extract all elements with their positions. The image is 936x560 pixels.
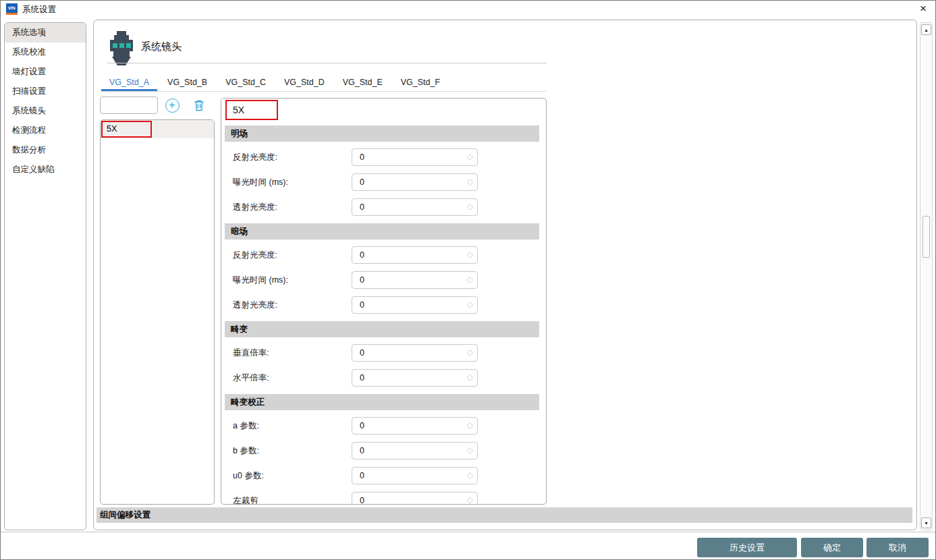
system-settings-window: vis 系统设置 × 系统选项 系统校准 墙灯设置 扫描设置 系统镜头 检测流程…	[0, 0, 936, 560]
field-label: 曝光时间 (ms):	[225, 177, 352, 188]
spinbox-input[interactable]	[352, 173, 478, 191]
tab-vg-std-c[interactable]: VG_Std_C	[217, 74, 274, 91]
field-label: 反射光亮度:	[225, 250, 352, 261]
spinbox-input[interactable]	[352, 148, 478, 166]
sidebar-item-system-calibration[interactable]: 系统校准	[5, 43, 86, 62]
page-title: 系统镜头	[141, 40, 182, 53]
vertical-ratio-spinner[interactable]: ◇	[352, 344, 478, 362]
spinbox-input[interactable]	[352, 369, 478, 387]
spinbox-input[interactable]	[352, 198, 478, 216]
field-row: a 参数: ◇	[225, 417, 546, 435]
field-label: 曝光时间 (ms):	[225, 275, 352, 286]
spinbox-input[interactable]	[352, 344, 478, 362]
field-label: b 参数:	[225, 445, 352, 457]
field-row: 透射光亮度: ◇	[225, 296, 546, 314]
titlebar: vis 系统设置 ×	[1, 1, 935, 18]
reflect-brightness-spinner[interactable]: ◇	[352, 246, 478, 264]
spinbox-input[interactable]	[352, 417, 478, 435]
cancel-button[interactable]: 取消	[866, 538, 929, 557]
a-param-spinner[interactable]: ◇	[352, 417, 478, 435]
scroll-up-icon[interactable]: ▲	[921, 24, 931, 35]
field-row: 透射光亮度: ◇	[225, 198, 546, 216]
tab-vg-std-f[interactable]: VG_Std_F	[393, 74, 448, 91]
field-label: 透射光亮度:	[225, 202, 352, 213]
spinbox-input[interactable]	[352, 442, 478, 459]
sidebar-item-wall-light-settings[interactable]: 墙灯设置	[5, 62, 86, 82]
u0-param-spinner[interactable]: ◇	[352, 467, 478, 484]
delete-lens-button[interactable]	[189, 96, 209, 114]
field-label: 左裁剪	[225, 495, 352, 505]
lens-search-input[interactable]	[100, 96, 158, 114]
section-header-distortion-correction: 畸变校正	[225, 394, 539, 410]
field-label: u0 参数:	[225, 470, 352, 482]
tab-vg-std-b[interactable]: VG_Std_B	[159, 74, 215, 91]
sidebar-item-system-options[interactable]: 系统选项	[5, 23, 86, 43]
circle-plus-icon: +	[165, 99, 180, 113]
field-row: b 参数: ◇	[225, 442, 546, 459]
annotation-rect-lens-name: 5X	[225, 100, 278, 120]
sidebar-item-inspection-flow[interactable]: 检测流程	[5, 121, 86, 140]
annotation-rect-list-item	[101, 121, 152, 138]
sidebar-item-custom-defects[interactable]: 自定义缺陷	[5, 160, 86, 179]
tab-vg-std-a[interactable]: VG_Std_A	[101, 74, 157, 91]
field-row: 反射光亮度: ◇	[225, 246, 546, 264]
field-row: 左裁剪 ◇	[225, 492, 546, 505]
spinbox-input[interactable]	[352, 271, 478, 289]
field-row: 曝光时间 (ms): ◇	[225, 173, 546, 191]
field-label: 透射光亮度:	[225, 300, 352, 311]
reflect-brightness-spinner[interactable]: ◇	[352, 148, 478, 166]
tab-vg-std-e[interactable]: VG_Std_E	[335, 74, 391, 91]
vertical-scrollbar[interactable]: ▲ ▼	[920, 22, 933, 530]
scrollbar-thumb[interactable]	[923, 216, 930, 258]
sidebar-item-data-analysis[interactable]: 数据分析	[5, 140, 86, 160]
trash-icon	[192, 99, 206, 112]
section-header-dark-field: 暗场	[225, 223, 539, 240]
close-icon[interactable]: ×	[916, 2, 930, 16]
field-row: 反射光亮度: ◇	[225, 148, 546, 166]
field-row: u0 参数: ◇	[225, 467, 546, 484]
lens-icon	[109, 31, 134, 66]
sidebar: 系统选项 系统校准 墙灯设置 扫描设置 系统镜头 检测流程 数据分析 自定义缺陷	[4, 22, 86, 530]
ok-button[interactable]: 确定	[801, 538, 863, 557]
history-settings-button[interactable]: 历史设置	[697, 538, 797, 557]
transmit-brightness-spinner[interactable]: ◇	[352, 198, 478, 216]
spinbox-input[interactable]	[352, 492, 478, 505]
window-title: 系统设置	[22, 4, 56, 16]
b-param-spinner[interactable]: ◇	[352, 442, 478, 459]
field-row: 垂直倍率: ◇	[225, 344, 546, 362]
field-row: 曝光时间 (ms): ◇	[225, 271, 546, 289]
lens-list: 5X	[100, 119, 215, 505]
lens-name: 5X	[233, 105, 244, 115]
section-header-distortion: 畸变	[225, 321, 539, 337]
spinbox-input[interactable]	[352, 467, 478, 484]
tab-vg-std-d[interactable]: VG_Std_D	[276, 74, 333, 91]
sidebar-item-system-lens[interactable]: 系统镜头	[5, 101, 86, 121]
app-logo-icon: vis	[6, 3, 18, 15]
tabstrip: VG_Std_A VG_Std_B VG_Std_C VG_Std_D VG_S…	[101, 74, 547, 92]
field-label: 垂直倍率:	[225, 347, 352, 359]
sidebar-item-scan-settings[interactable]: 扫描设置	[5, 82, 86, 101]
footer-divider	[1, 532, 935, 532]
exposure-time-spinner[interactable]: ◇	[352, 271, 478, 289]
field-label: 反射光亮度:	[225, 152, 352, 163]
field-label: 水平倍率:	[225, 372, 352, 384]
main-panel: 系统镜头 VG_Std_A VG_Std_B VG_Std_C VG_Std_D…	[93, 20, 917, 530]
header-divider	[107, 63, 547, 63]
exposure-time-spinner[interactable]: ◇	[352, 173, 478, 191]
lens-detail-panel: 5X 明场 反射光亮度: ◇ 曝光时间 (ms): ◇ 透射光亮度:	[221, 98, 547, 505]
field-row: 水平倍率: ◇	[225, 369, 546, 387]
section-header-bright-field: 明场	[225, 125, 539, 142]
horizontal-ratio-spinner[interactable]: ◇	[352, 369, 478, 387]
spinbox-input[interactable]	[352, 296, 478, 314]
left-crop-spinner[interactable]: ◇	[352, 492, 478, 505]
section-header-group-offset: 组间偏移设置	[97, 507, 912, 523]
field-label: a 参数:	[225, 420, 352, 432]
spinbox-input[interactable]	[352, 246, 478, 264]
scroll-down-icon[interactable]: ▼	[921, 517, 931, 528]
add-lens-button[interactable]: +	[162, 96, 182, 114]
transmit-brightness-spinner[interactable]: ◇	[352, 296, 478, 314]
